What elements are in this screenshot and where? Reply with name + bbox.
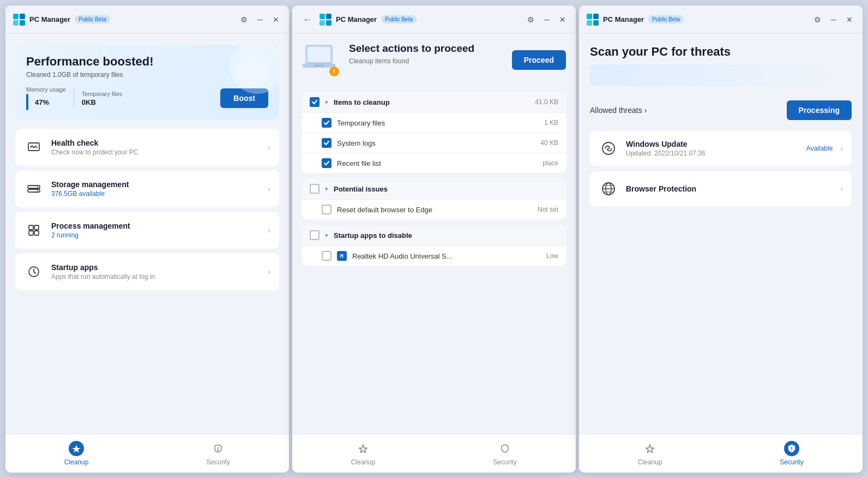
browser-protection-item[interactable]: Browser Protection › bbox=[590, 171, 852, 206]
reset-browser-size: Not set bbox=[538, 206, 558, 213]
memory-stat: Memory usage 47% bbox=[26, 86, 66, 110]
minimize-button-3[interactable]: ─ bbox=[829, 14, 839, 25]
potential-issues-checkbox[interactable] bbox=[310, 184, 320, 194]
bottom-nav-1: Cleanup Security bbox=[5, 434, 289, 473]
security-nav-icon-3 bbox=[784, 441, 799, 456]
allowed-threats-label: Allowed threats bbox=[590, 106, 642, 115]
nav-cleanup-2[interactable]: Cleanup bbox=[292, 434, 434, 473]
temp-files-label: Temporary files bbox=[337, 119, 539, 127]
temp-stat: Temporary files 0KB bbox=[82, 91, 123, 106]
processing-button[interactable]: Processing bbox=[787, 100, 852, 120]
process-management-item[interactable]: Process management 2 running › bbox=[15, 212, 279, 249]
startup-disable-label: Startup apps to disable bbox=[334, 231, 553, 240]
svg-marker-12 bbox=[72, 445, 81, 453]
app-logo-3 bbox=[587, 14, 599, 26]
startup-disable-section: ▾ Startup apps to disable R Realtek HD A… bbox=[302, 225, 566, 266]
startup-apps-subtitle: Apps that run automatically at log in bbox=[51, 273, 260, 280]
svg-rect-5 bbox=[29, 225, 33, 230]
storage-management-text: Storage management 376.5GB available bbox=[51, 180, 260, 198]
realtek-label: Realtek HD Audio Universal S... bbox=[352, 252, 541, 260]
recent-file-checkbox[interactable] bbox=[322, 158, 331, 168]
system-logs-checkbox[interactable] bbox=[322, 138, 331, 148]
close-button-1[interactable]: ✕ bbox=[270, 14, 281, 25]
svg-point-28 bbox=[791, 450, 792, 451]
temp-files-checkbox[interactable] bbox=[322, 118, 331, 128]
decoration-circle-2 bbox=[236, 56, 268, 88]
windows-update-item[interactable]: Windows Update Updated: 2022/10/21 07:36… bbox=[590, 131, 852, 166]
storage-management-chevron: › bbox=[268, 184, 270, 193]
minimize-button-1[interactable]: ─ bbox=[255, 14, 265, 25]
reset-browser-checkbox[interactable] bbox=[322, 205, 331, 214]
realtek-checkbox[interactable] bbox=[322, 251, 331, 261]
nav-cleanup-1[interactable]: Cleanup bbox=[5, 434, 147, 473]
app-name-2: PC Manager bbox=[336, 15, 377, 23]
security-nav-label-2: Security bbox=[493, 458, 516, 466]
nav-security-3[interactable]: Security bbox=[721, 434, 863, 473]
window-3: PC Manager Public Beta ⚙ ─ ✕ Scan your P… bbox=[579, 5, 863, 473]
startup-disable-checkbox[interactable] bbox=[310, 230, 320, 240]
process-management-chevron: › bbox=[268, 226, 270, 235]
items-to-cleanup-checkbox[interactable] bbox=[310, 97, 320, 107]
temp-label: Temporary files bbox=[82, 91, 123, 97]
svg-rect-8 bbox=[34, 231, 39, 235]
cleanup-action-header: ! Select actions to proceed Cleanup item… bbox=[292, 34, 576, 86]
beta-badge-2: Public Beta bbox=[381, 15, 417, 23]
allowed-threats-link[interactable]: Allowed threats › bbox=[590, 106, 647, 115]
browser-protection-title: Browser Protection bbox=[626, 184, 833, 193]
cleanup-action-subtitle: Cleanup items found bbox=[349, 57, 503, 65]
cleanup-list: ▾ Items to cleanup 41.0 KB Temporary fil… bbox=[292, 86, 576, 434]
realtek-size: Low bbox=[546, 252, 558, 260]
back-button-2[interactable]: ← bbox=[300, 14, 315, 26]
potential-issues-header[interactable]: ▾ Potential issues bbox=[302, 178, 566, 199]
recent-file-size: place bbox=[542, 159, 558, 167]
proceed-button[interactable]: Proceed bbox=[512, 50, 566, 70]
nav-security-1[interactable]: Security bbox=[147, 434, 289, 473]
storage-management-item[interactable]: Storage management 376.5GB available › bbox=[15, 170, 279, 207]
windows-update-status: Available bbox=[806, 145, 833, 152]
realtek-app-icon: R bbox=[337, 251, 347, 261]
startup-disable-header[interactable]: ▾ Startup apps to disable bbox=[302, 225, 566, 246]
windows-update-text: Windows Update Updated: 2022/10/21 07:36 bbox=[626, 140, 799, 157]
realtek-row: R Realtek HD Audio Universal S... Low bbox=[302, 246, 566, 266]
cleanup-nav-icon-3 bbox=[642, 441, 658, 456]
startup-apps-item[interactable]: Startup apps Apps that run automatically… bbox=[15, 253, 279, 290]
recent-file-label: Recent file list bbox=[337, 159, 537, 168]
process-management-text: Process management 2 running bbox=[51, 222, 260, 239]
panel-content-1: Performance boosted! Cleaned 1.0GB of te… bbox=[5, 34, 289, 434]
laptop-icon-wrap: ! bbox=[302, 43, 340, 77]
nav-cleanup-3[interactable]: Cleanup bbox=[579, 434, 721, 473]
close-button-2[interactable]: ✕ bbox=[557, 14, 568, 25]
security-nav-icon-1 bbox=[210, 441, 226, 456]
svg-marker-26 bbox=[646, 445, 654, 453]
settings-button-3[interactable]: ⚙ bbox=[812, 14, 823, 25]
nav-security-2[interactable]: Security bbox=[434, 434, 576, 473]
cleanup-action-title: Select actions to proceed bbox=[349, 43, 503, 55]
startup-expand-icon: ▾ bbox=[325, 232, 328, 239]
startup-apps-text: Startup apps Apps that run automatically… bbox=[51, 263, 260, 280]
reset-browser-row: Reset default browser to Edge Not set bbox=[302, 199, 566, 219]
svg-marker-19 bbox=[359, 445, 367, 453]
security-nav-icon-2 bbox=[497, 441, 513, 456]
health-check-item[interactable]: Health check Check now to protect your P… bbox=[15, 129, 279, 166]
windows-update-icon bbox=[599, 139, 618, 158]
svg-rect-7 bbox=[29, 231, 33, 235]
settings-button-2[interactable]: ⚙ bbox=[525, 14, 537, 25]
memory-value: 47% bbox=[35, 98, 49, 106]
perf-header: Performance boosted! Cleaned 1.0GB of te… bbox=[15, 45, 279, 120]
settings-button-1[interactable]: ⚙ bbox=[238, 14, 250, 25]
app-name-3: PC Manager bbox=[603, 15, 644, 23]
warning-dot: ! bbox=[329, 67, 339, 76]
window-2: ← PC Manager Public Beta ⚙ ─ ✕ ! Select bbox=[292, 5, 576, 473]
health-check-chevron: › bbox=[268, 143, 270, 152]
windows-update-chevron: › bbox=[840, 144, 843, 153]
minimize-button-2[interactable]: ─ bbox=[542, 14, 552, 25]
scan-header: Scan your PC for threats bbox=[579, 34, 863, 95]
close-button-3[interactable]: ✕ bbox=[844, 14, 855, 25]
svg-rect-0 bbox=[28, 143, 39, 151]
items-to-cleanup-header[interactable]: ▾ Items to cleanup 41.0 KB bbox=[302, 92, 566, 112]
cleanup-nav-icon-1 bbox=[69, 441, 84, 456]
startup-apps-title: Startup apps bbox=[51, 263, 260, 272]
cleanup-title-text: Select actions to proceed Cleanup items … bbox=[349, 43, 503, 65]
windows-update-subtitle: Updated: 2022/10/21 07:36 bbox=[626, 150, 799, 157]
beta-badge-3: Public Beta bbox=[648, 15, 684, 23]
